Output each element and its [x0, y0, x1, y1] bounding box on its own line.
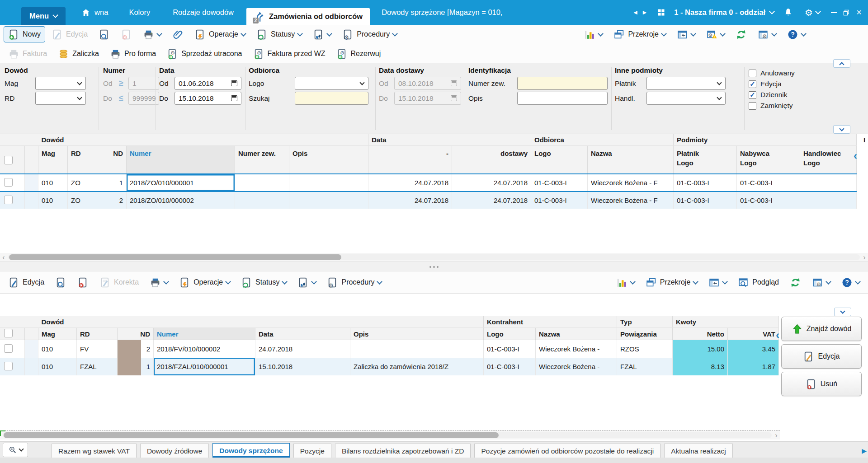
- cell[interactable]: 010: [38, 192, 68, 209]
- pro-forma-button[interactable]: Pro forma: [105, 46, 160, 62]
- filter-collapse-down-button[interactable]: [833, 125, 850, 134]
- zaliczka-button[interactable]: Zaliczka: [53, 46, 104, 62]
- select-all-checkbox[interactable]: [0, 146, 25, 174]
- data-dostawy-do-input[interactable]: 15.10.2018: [394, 92, 461, 105]
- cell[interactable]: [289, 174, 368, 192]
- cell[interactable]: RZOS: [617, 340, 673, 358]
- column-header[interactable]: Numer: [127, 146, 235, 174]
- cell[interactable]: 2018/ZO/010/000002: [127, 192, 235, 209]
- pomoc-button[interactable]: ?: [783, 26, 810, 42]
- cell[interactable]: 01-C-003-I: [737, 192, 800, 209]
- tab-home[interactable]: wna: [78, 0, 111, 25]
- scroll-right-icon[interactable]: ›: [861, 254, 868, 261]
- bottom-tab-4[interactable]: Pozycje: [293, 444, 331, 458]
- tab-scroll-left-icon[interactable]: ◀: [633, 9, 637, 15]
- row-checkbox[interactable]: [0, 340, 25, 358]
- mag-select[interactable]: [35, 77, 86, 90]
- cell[interactable]: 2018/ZO/010/000001: [127, 174, 235, 192]
- cell[interactable]: FZAL: [617, 358, 673, 375]
- checkbox-icon[interactable]: [749, 102, 756, 110]
- cell[interactable]: 24.07.2018: [452, 192, 531, 209]
- upper-horizontal-scrollbar[interactable]: ‹ ›: [0, 253, 868, 262]
- szukaj-button[interactable]: [94, 26, 114, 42]
- cell[interactable]: [289, 192, 368, 209]
- menu-button[interactable]: Menu: [21, 7, 66, 25]
- wykresy-button[interactable]: [580, 26, 607, 42]
- column-header[interactable]: Numer: [154, 328, 255, 340]
- status-checkbox-3[interactable]: ✓Dziennik: [749, 89, 795, 100]
- cell[interactable]: 1: [118, 358, 154, 375]
- cell[interactable]: 24.07.2018: [255, 340, 350, 358]
- status-checkbox-4[interactable]: Zamknięty: [749, 100, 795, 111]
- edycja-dolna-button[interactable]: Edycja: [4, 274, 49, 290]
- data-od-input[interactable]: 01.06.2018: [175, 77, 241, 90]
- procedury-dolne-button[interactable]: ⚙Procedury: [322, 274, 386, 290]
- scroll-right-icon[interactable]: ›: [773, 432, 780, 439]
- calendar-icon[interactable]: [231, 95, 237, 101]
- operacje-button[interactable]: Operacje: [190, 26, 250, 42]
- znajdz-dowod-button[interactable]: Znajdź dowód: [781, 317, 862, 341]
- row-checkbox[interactable]: [0, 192, 25, 209]
- przekroje-button[interactable]: Przekroje: [609, 26, 670, 42]
- cell[interactable]: 01-C-003-I: [531, 174, 588, 192]
- column-header[interactable]: -: [368, 146, 452, 174]
- cell[interactable]: [800, 174, 857, 192]
- cell[interactable]: 2018/FV/010/000002: [154, 340, 255, 358]
- table-row[interactable]: 010FV22018/FV/010/00000224.07.201801-C-0…: [0, 340, 779, 358]
- cell[interactable]: 15.00: [673, 340, 728, 358]
- cell[interactable]: 15.10.2018: [255, 358, 350, 375]
- nowy-button[interactable]: Nowy: [4, 26, 45, 42]
- minimize-button[interactable]: [827, 6, 840, 19]
- column-header[interactable]: ND: [97, 146, 127, 174]
- column-header[interactable]: ND: [118, 328, 154, 340]
- column-header[interactable]: Logo: [484, 328, 536, 340]
- apps-grid-icon[interactable]: [656, 8, 666, 17]
- column-header[interactable]: VAT: [728, 328, 779, 340]
- column-header[interactable]: Nazwa: [536, 328, 617, 340]
- row-checkbox[interactable]: [0, 174, 25, 192]
- column-header[interactable]: Netto: [673, 328, 728, 340]
- cell[interactable]: Wieczorek Bożena -: [536, 358, 617, 375]
- checkbox-icon[interactable]: ✓: [749, 91, 756, 99]
- cell[interactable]: Wieczorek Bożena - F: [588, 192, 674, 209]
- statusy-button[interactable]: Statusy: [252, 26, 307, 42]
- przekroje-dolne-button[interactable]: Przekroje: [641, 274, 703, 290]
- table-row[interactable]: 010ZO22018/ZO/010/00000224.07.201824.07.…: [0, 192, 857, 209]
- odbiorca-logo-select[interactable]: [295, 77, 368, 90]
- cell[interactable]: [350, 340, 484, 358]
- cell[interactable]: [800, 192, 857, 209]
- cell[interactable]: 01-C-003-I: [484, 340, 536, 358]
- tab-kolory[interactable]: Kolory: [126, 0, 153, 25]
- ustawienia-ostrzezenia-button[interactable]: ⚙!: [702, 26, 729, 42]
- column-header[interactable]: Numer zew.: [235, 146, 289, 174]
- operacje-dolne-button[interactable]: Operacje: [175, 274, 235, 290]
- numer-do-input[interactable]: 999999: [128, 92, 159, 105]
- column-header[interactable]: NabywcaLogo: [737, 146, 800, 174]
- column-header[interactable]: dostawy: [452, 146, 531, 174]
- cell[interactable]: 1.87: [728, 358, 779, 375]
- usun-dolny-button[interactable]: [73, 274, 93, 290]
- column-header[interactable]: Mag: [38, 146, 68, 174]
- cell[interactable]: 010: [38, 358, 77, 375]
- column-header[interactable]: RD: [77, 328, 118, 340]
- zoom-tool-button[interactable]: [3, 443, 28, 457]
- checkbox-icon[interactable]: ✓: [749, 80, 756, 88]
- cell[interactable]: 2018/FZAL/010/000001: [154, 358, 255, 375]
- drukuj-button[interactable]: [138, 26, 166, 42]
- bottom-tab-3[interactable]: Dowody sprzężone: [212, 443, 289, 458]
- cell[interactable]: 2: [118, 340, 154, 358]
- data-do-input[interactable]: 15.10.2018: [175, 92, 241, 105]
- close-button[interactable]: ×: [853, 6, 865, 19]
- cell[interactable]: 8.13: [673, 358, 728, 375]
- cell[interactable]: Wieczorek Bożena -: [536, 340, 617, 358]
- cell[interactable]: 1: [97, 174, 127, 192]
- scrollbar-thumb[interactable]: [4, 432, 499, 438]
- lower-panel-collapse-button[interactable]: [834, 308, 851, 316]
- slady-button[interactable]: [308, 26, 336, 42]
- data-dostawy-od-input[interactable]: 08.10.2018: [394, 77, 461, 90]
- table-row[interactable]: 010FZAL12018/FZAL/010/00000115.10.2018Za…: [0, 358, 779, 375]
- cell[interactable]: [235, 192, 289, 209]
- panel-splitter[interactable]: [0, 262, 868, 272]
- zalaczniki-button[interactable]: [168, 26, 188, 42]
- panel-dolny-button[interactable]: [704, 274, 731, 290]
